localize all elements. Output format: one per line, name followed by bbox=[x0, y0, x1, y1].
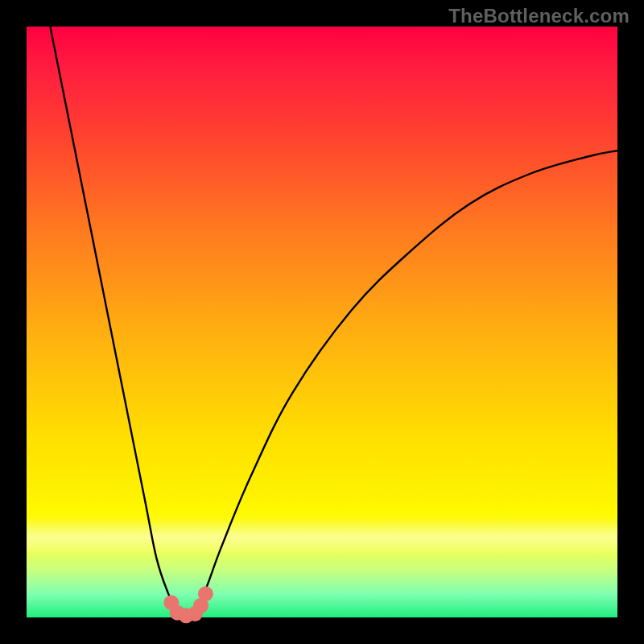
watermark-text: TheBottleneck.com bbox=[448, 5, 630, 27]
min-marker-cluster bbox=[163, 586, 213, 623]
min-marker bbox=[198, 586, 213, 601]
chart-frame: TheBottleneck.com bbox=[0, 0, 644, 644]
curve-layer bbox=[27, 27, 617, 617]
bottleneck-curve bbox=[50, 27, 617, 617]
